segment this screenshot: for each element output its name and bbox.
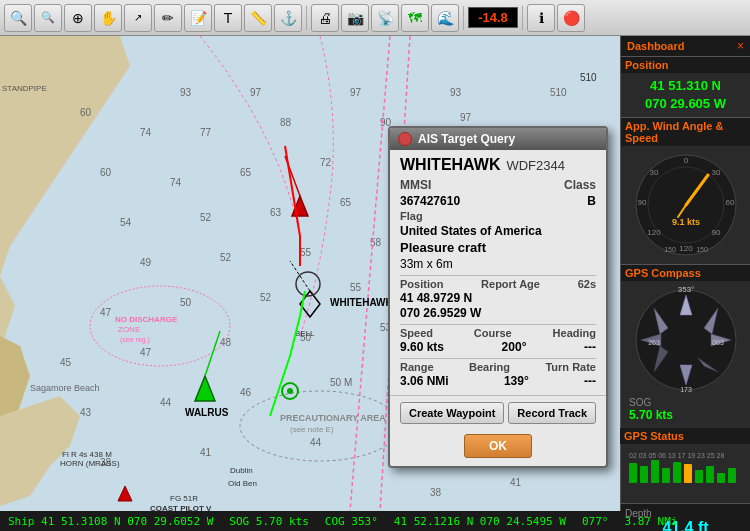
chart-area[interactable]: 93 97 97 93 510 60 74 77 88 90 97 60 74 … — [0, 36, 620, 511]
wind-title: App. Wind Angle & Speed — [621, 118, 750, 146]
flag-label: Flag — [400, 210, 596, 222]
svg-text:63: 63 — [270, 207, 282, 218]
create-waypoint-button[interactable]: Create Waypoint — [400, 402, 504, 424]
tool-pan[interactable]: ✋ — [94, 4, 122, 32]
svg-text:WHITEHAWK: WHITEHAWK — [330, 297, 394, 308]
gps-status-grid: 02 03 05 06 13 17 19 23 25 28 — [624, 448, 747, 500]
sog-status: SOG 5.70 kts — [229, 515, 308, 528]
tool-gauge[interactable]: 🔴 — [557, 4, 585, 32]
turn-rate-header-label: Turn Rate — [545, 361, 596, 373]
dashboard-header: Dashboard × — [621, 36, 750, 57]
svg-text:90: 90 — [637, 198, 646, 207]
svg-text:Sagamore Beach: Sagamore Beach — [30, 383, 100, 393]
position-section: Position 41 51.310 N 070 29.605 W — [621, 57, 750, 118]
svg-text:Dublin: Dublin — [230, 466, 253, 475]
svg-text:72: 72 — [320, 157, 332, 168]
heading-header-label: Heading — [553, 327, 596, 339]
tool-info[interactable]: ℹ — [527, 4, 555, 32]
svg-text:55: 55 — [300, 247, 312, 258]
svg-text:41: 41 — [200, 447, 212, 458]
svg-text:60: 60 — [100, 167, 112, 178]
dashboard-close[interactable]: × — [737, 39, 744, 53]
svg-text:60: 60 — [725, 198, 734, 207]
record-track-button[interactable]: Record Track — [508, 402, 596, 424]
svg-rect-116 — [629, 463, 637, 483]
svg-text:02 03 05 06 13 17 19 23 25 28: 02 03 05 06 13 17 19 23 25 28 — [629, 452, 724, 459]
tool-measure[interactable]: 📏 — [244, 4, 272, 32]
ais-dialog: AIS Target Query WHITEHAWK WDF2344 MMSI … — [388, 126, 608, 468]
position-title: Position — [621, 57, 750, 73]
range-header: Range Bearing Turn Rate — [400, 358, 596, 373]
class-value: B — [587, 194, 596, 208]
bearing-header-label: Bearing — [469, 361, 510, 373]
svg-text:STANDPIPE: STANDPIPE — [2, 84, 47, 93]
svg-rect-125 — [728, 468, 736, 483]
bearing-status: 077° — [582, 515, 609, 528]
svg-text:52: 52 — [220, 252, 232, 263]
tool-draw[interactable]: ✏ — [154, 4, 182, 32]
dialog-buttons: Create Waypoint Record Track — [390, 395, 606, 430]
right-panel: Dashboard × Position 41 51.310 N 070 29.… — [620, 36, 750, 511]
tool-tides[interactable]: 🌊 — [431, 4, 459, 32]
tool-crosshair[interactable]: ⊕ — [64, 4, 92, 32]
svg-text:150: 150 — [696, 246, 708, 253]
tool-zoom-in[interactable]: 🔍 — [4, 4, 32, 32]
wind-gauge: 0 30 60 90 90 30 120 120 150 150 — [631, 150, 741, 260]
pos-lon-row: 070 26.9529 W — [400, 306, 596, 320]
svg-text:45: 45 — [60, 357, 72, 368]
sog-label: SOG — [629, 397, 673, 408]
svg-text:65: 65 — [240, 167, 252, 178]
course-header-label: Course — [474, 327, 512, 339]
bearing-value: 139° — [504, 374, 529, 388]
svg-rect-118 — [651, 460, 659, 483]
tool-ais[interactable]: 📡 — [371, 4, 399, 32]
ok-button[interactable]: OK — [464, 434, 532, 458]
svg-text:46: 46 — [240, 387, 252, 398]
compass-section: GPS Compass — [621, 265, 750, 429]
tool-route[interactable]: ↗ — [124, 4, 152, 32]
svg-text:93: 93 — [450, 87, 462, 98]
svg-text:44: 44 — [160, 397, 172, 408]
svg-text:083: 083 — [712, 339, 724, 346]
svg-text:173: 173 — [680, 386, 692, 393]
svg-text:NO DISCHARGE: NO DISCHARGE — [115, 315, 178, 324]
dialog-close-button[interactable] — [398, 132, 412, 146]
toolbar: 🔍 🔍 ⊕ ✋ ↗ ✏ 📝 T 📏 ⚓ 🖨 📷 📡 🗺 🌊 -14.8 ℹ 🔴 — [0, 0, 750, 36]
main-area: 93 97 97 93 510 60 74 77 88 90 97 60 74 … — [0, 36, 750, 511]
range-data-row: 3.06 NMi 139° --- — [400, 374, 596, 388]
svg-text:510: 510 — [550, 87, 567, 98]
svg-text:ZONE: ZONE — [118, 325, 140, 334]
tool-print[interactable]: 🖨 — [311, 4, 339, 32]
tool-text[interactable]: T — [214, 4, 242, 32]
svg-rect-123 — [706, 466, 714, 483]
speed-data-row: 9.60 kts 200° --- — [400, 340, 596, 354]
class-label: Class — [564, 178, 596, 192]
svg-text:30: 30 — [649, 168, 658, 177]
svg-text:77: 77 — [200, 127, 212, 138]
tool-zoom-out[interactable]: 🔍 — [34, 4, 62, 32]
svg-text:30: 30 — [711, 168, 720, 177]
svg-text:120: 120 — [647, 228, 661, 237]
svg-text:97: 97 — [250, 87, 262, 98]
dialog-title-text: AIS Target Query — [418, 132, 515, 146]
tool-chart[interactable]: 🗺 — [401, 4, 429, 32]
dialog-titlebar: AIS Target Query — [390, 128, 606, 150]
mmsi-value-row: 367427610 B — [400, 194, 596, 208]
tool-note[interactable]: 📝 — [184, 4, 212, 32]
pos-lat-row: 41 48.9729 N — [400, 291, 596, 305]
compass-title: GPS Compass — [621, 265, 750, 281]
cog-status: COG 353° — [325, 515, 378, 528]
speed-header: Speed Course Heading — [400, 324, 596, 339]
svg-text:48: 48 — [220, 337, 232, 348]
svg-text:90: 90 — [711, 228, 720, 237]
distance-status: 3.87 NMi — [624, 515, 677, 528]
tool-anchor[interactable]: ⚓ — [274, 4, 302, 32]
course-value: 200° — [502, 340, 527, 354]
flag-value: United States of America — [400, 224, 596, 238]
dashboard-title: Dashboard — [627, 40, 684, 52]
tool-camera[interactable]: 📷 — [341, 4, 369, 32]
report-age-label: Report Age — [481, 278, 540, 290]
speed-value: 9.60 kts — [400, 340, 444, 354]
svg-text:65: 65 — [340, 197, 352, 208]
svg-rect-117 — [640, 466, 648, 483]
